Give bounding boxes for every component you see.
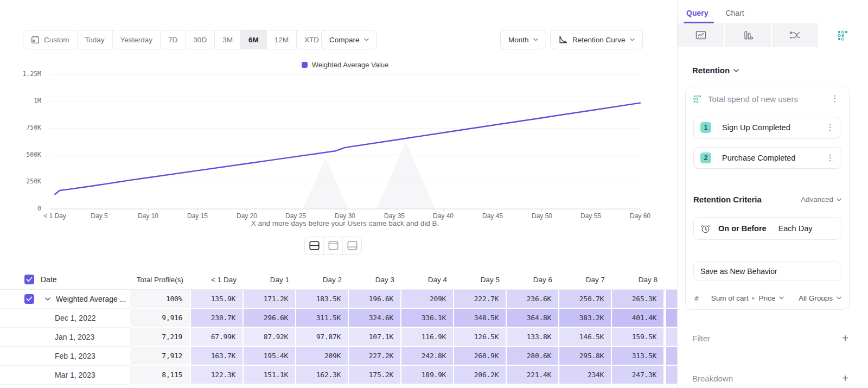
layout-table-view-button[interactable] [343,237,361,254]
row-label-date: Mar 1, 2023 [0,366,130,385]
add-filter-button[interactable]: + [842,333,848,344]
x-tick-label: Day 60 [618,212,662,220]
x-tick-label: Day 5 [78,212,121,220]
chevron-down-icon [837,198,841,201]
x-tick-label: Day 40 [422,212,465,220]
insights-chart-icon [695,30,706,41]
watermark-triangle [376,142,435,209]
x-tick-label: Day 20 [225,212,269,220]
range-30d[interactable]: 30D [186,30,215,49]
cell-total-profiles: 7,219 [130,328,191,347]
chart-type-funnels-button[interactable] [725,23,772,47]
layout-chart-view-button[interactable] [324,237,343,254]
behavior-step-1[interactable]: 1Sign Up Completed⋮ [693,117,841,138]
cell-day-value: 236.6K [507,290,559,309]
cell-day-value: 221.4K [507,366,559,385]
layout-split-view-button[interactable] [305,237,324,254]
row-checkbox[interactable] [24,294,34,304]
table-body: Weighted Average ...100%135.9K171.2K183.… [0,290,677,385]
cell-day-value: 107.1K [349,328,401,347]
range-6m[interactable]: 6M [241,30,267,49]
save-as-new-behavior-button[interactable]: Save as New Behavior [693,262,841,281]
cell-day-value: 67.99K [191,328,244,347]
range-label: 7D [168,36,177,44]
x-tick-label: < 1 Day [33,212,76,220]
behavior-step-2[interactable]: 2Purchase Completed⋮ [693,147,841,169]
cell-day9-partial [666,309,677,328]
table-row: Weighted Average ...100%135.9K171.2K183.… [0,290,677,309]
granularity-dropdown[interactable]: Month [500,30,546,49]
main-panel: CustomTodayYesterday7D30D3M6M12MXTD Comp… [0,0,677,388]
x-axis-caption: X and more days before your Users came b… [50,219,640,227]
range-label: 3M [222,36,233,44]
cell-day-value: 126.5K [454,328,507,347]
table-row: Feb 1, 20237,912163.7K195.4K209K227.2K24… [0,347,677,366]
cell-day-value: 116.9K [401,328,454,347]
step-menu-button[interactable]: ⋮ [824,123,837,132]
chart-view-icon [328,241,339,250]
y-tick-label: 750K [9,124,41,131]
y-tick-label: 1M [9,97,41,105]
cell-day-value: 227.2K [349,347,401,366]
retention-line-series [55,103,640,194]
range-3m[interactable]: 3M [215,30,241,49]
retention-criteria-row: Retention Criteria Advanced [693,195,841,204]
save-behavior-label: Save as New Behavior [700,267,777,276]
behavior-retention-icon [693,95,701,103]
cell-day-value: 348.5K [454,309,507,328]
cell-day-value: 171.2K [244,290,296,309]
chart-type-dropdown[interactable]: Retention Curve [550,30,643,49]
range-today[interactable]: Today [78,30,113,49]
compare-button[interactable]: Compare [321,30,377,49]
retention-section-dropdown[interactable]: Retention [692,66,868,75]
cell-day-value: 195.4K [244,347,296,366]
retention-table: DateTotal Profile(s)< 1 DayDay 1Day 2Day… [0,270,677,385]
x-tick-label: Day 35 [373,212,416,220]
chart-type-flows-button[interactable] [772,23,819,47]
cell-day-value: 336.1K [401,309,454,328]
table-header-date: Date [0,275,130,284]
step-menu-button[interactable]: ⋮ [824,154,837,162]
behavior-menu-button[interactable]: ⋮ [828,94,841,103]
cell-total-profiles: 8,115 [130,366,191,385]
cell-day-value: 146.5K [559,328,612,347]
chart-type-insights-button[interactable] [678,23,725,47]
add-breakdown-button[interactable]: + [842,373,848,384]
select-all-checkbox[interactable] [24,275,34,284]
tab-query[interactable]: Query [685,9,709,23]
range-7d[interactable]: 7D [161,30,186,49]
cell-day-value: 313.5K [612,347,665,366]
table-header-total-profiles: Total Profile(s) [130,276,191,284]
property-dropdown[interactable]: Sum of cart ▸ Price [711,294,784,302]
cell-day-value: 250.7K [559,290,612,309]
behavior-header: Total spend of new users ⋮ [693,92,841,106]
cell-day-value: 364.8K [507,309,559,328]
alarm-clock-icon [700,224,711,234]
x-tick-label: Day 25 [274,212,317,220]
advanced-mode-dropdown[interactable]: Advanced [801,195,841,203]
tab-chart[interactable]: Chart [724,9,745,23]
cell-day-value: 163.7K [191,347,244,366]
retention-grid-icon [838,30,848,41]
criteria-condition: On or Before [718,224,767,233]
chart-type-retention-button[interactable] [819,23,866,47]
retention-criteria-card[interactable]: On or Before Each Day [693,217,841,240]
cell-total-profiles: 100% [130,290,191,309]
cell-day-value: 189.9K [401,366,454,385]
cell-day-value: 209K [401,290,454,309]
row-label-date: Dec 1, 2022 [0,309,130,328]
expand-chevron-icon[interactable] [45,297,50,301]
query-sidebar: Query Chart Retention Total spen [677,0,868,388]
groups-dropdown[interactable]: All Groups [799,294,841,302]
range-yesterday[interactable]: Yesterday [113,30,161,49]
range-custom[interactable]: Custom [23,30,78,49]
table-header-day-7: Day 6 [507,276,559,284]
cell-day-value: 280.6K [507,347,559,366]
chevron-down-icon [364,38,369,41]
cell-day-value: 234K [559,366,612,385]
cell-day-value: 159.5K [612,328,665,347]
range-label: 12M [275,36,289,44]
range-label: XTD [304,36,319,44]
range-12m[interactable]: 12M [267,30,297,49]
cell-day-value: 151.1K [244,366,296,385]
